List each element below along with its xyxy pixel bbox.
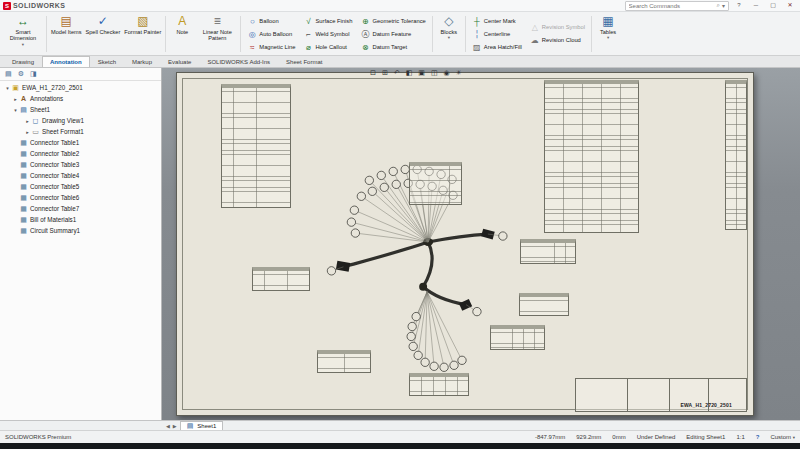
close-button[interactable]: ✕ <box>783 0 797 11</box>
center-mark-button[interactable]: ┼ Center Mark <box>470 15 524 27</box>
balloon[interactable] <box>351 229 359 237</box>
previous-view-icon[interactable]: ↶ <box>394 69 400 77</box>
tree-item-circuit-summary1[interactable]: ▦ Circuit Summary1 <box>0 225 161 236</box>
drawing-sheet[interactable]: EWA_H1_2720_2501 <box>176 72 754 416</box>
balloon[interactable] <box>409 342 417 350</box>
balloon[interactable] <box>458 356 466 364</box>
centerline-button[interactable]: ╎ Centerline <box>470 28 524 40</box>
featuremanager-tree-tab-icon[interactable]: ▤ <box>5 70 12 78</box>
balloon[interactable] <box>450 361 458 369</box>
balloon[interactable] <box>392 180 400 188</box>
smart-dimension-button[interactable]: ↔ Smart Dimension ▾ <box>2 13 44 55</box>
expand-icon[interactable]: ▸ <box>24 118 31 124</box>
search-icon[interactable]: ⌕ <box>717 2 720 9</box>
tree-item-connector-table7[interactable]: ▦ Connector Table7 <box>0 203 161 214</box>
linear-note-pattern-button[interactable]: ≡ Linear Note Pattern <box>196 13 238 55</box>
blocks-button[interactable]: ◇ Blocks ▾ <box>435 13 463 55</box>
revision-symbol-button[interactable]: △ Revision Symbol <box>528 22 587 34</box>
bill-of-materials-table[interactable] <box>221 84 291 208</box>
propertymanager-tab-icon[interactable]: ⚙ <box>18 70 24 78</box>
tree-item-annotations[interactable]: ▸ A Annotations <box>0 93 161 104</box>
weld-symbol-button[interactable]: ⌐ Weld Symbol <box>301 28 354 40</box>
tree-item-connector-table5[interactable]: ▦ Connector Table5 <box>0 181 161 192</box>
balloon[interactable] <box>368 187 376 195</box>
tab-markup[interactable]: Markup <box>124 56 160 67</box>
tree-item-sheet1[interactable]: ▾ ▤ Sheet1 <box>0 104 161 115</box>
connector-table-2[interactable] <box>252 267 310 291</box>
balloon[interactable] <box>473 307 481 315</box>
title-block[interactable]: EWA_H1_2720_2501 <box>575 378 747 412</box>
datum-feature-button[interactable]: Ⓐ Datum Feature <box>358 28 427 40</box>
graphics-area[interactable]: ⊡ ⊞ ↶ ◧ ▣ ◫ ◉ ☀ <box>162 68 800 420</box>
balloon[interactable] <box>347 218 355 226</box>
tab-drawing[interactable]: Drawing <box>4 56 42 67</box>
harness-branch-left[interactable] <box>343 242 428 267</box>
harness-trunk[interactable] <box>423 242 432 287</box>
tab-sketch[interactable]: Sketch <box>90 56 124 67</box>
spell-checker-button[interactable]: ✓ Spell Checker <box>83 13 122 55</box>
balloon[interactable] <box>430 362 438 370</box>
search-input[interactable] <box>629 3 715 9</box>
search-commands-box[interactable]: ⌕ ▾ <box>625 1 729 11</box>
tree-item-connector-table3[interactable]: ▦ Connector Table3 <box>0 159 161 170</box>
tree-item-connector-table1[interactable]: ▦ Connector Table1 <box>0 137 161 148</box>
connector-table-4[interactable] <box>519 293 569 316</box>
balloon[interactable] <box>407 332 415 340</box>
sheet-nav-right-icon[interactable]: ▶ <box>173 423 177 429</box>
circuit-summary-table[interactable] <box>544 80 639 233</box>
balloon[interactable] <box>380 183 388 191</box>
tab-solidworks-add-ins[interactable]: SOLIDWORKS Add-Ins <box>199 56 278 67</box>
balloon-button[interactable]: ○ Balloon <box>245 15 297 27</box>
displaymanager-tab-icon[interactable]: ◨ <box>30 70 37 78</box>
connector-table-7[interactable] <box>317 350 371 373</box>
chevron-down-icon[interactable]: ▾ <box>722 2 725 9</box>
sheet-tab-sheet1[interactable]: ▤ Sheet1 <box>180 421 224 430</box>
connector-table-1[interactable] <box>409 162 462 205</box>
edit-appearance-icon[interactable]: ☀ <box>456 69 462 77</box>
tree-item-connector-table6[interactable]: ▦ Connector Table6 <box>0 192 161 203</box>
maximize-button[interactable]: ▢ <box>766 0 780 11</box>
area-hatch-fill-button[interactable]: ▨ Area Hatch/Fill <box>470 41 524 53</box>
surface-finish-button[interactable]: √ Surface Finish <box>301 15 354 27</box>
balloon[interactable] <box>421 358 429 366</box>
zoom-area-icon[interactable]: ⊞ <box>382 69 388 77</box>
revision-cloud-button[interactable]: ☁ Revision Cloud <box>528 35 587 47</box>
hide-show-items-icon[interactable]: ◉ <box>444 69 450 77</box>
balloon[interactable] <box>357 192 365 200</box>
harness-branch-right[interactable] <box>428 234 488 242</box>
auto-balloon-button[interactable]: ◎ Auto Balloon <box>245 28 297 40</box>
connector-table-3[interactable] <box>520 239 576 264</box>
help-icon[interactable]: ? <box>756 434 760 440</box>
tree-item-connector-table4[interactable]: ▦ Connector Table4 <box>0 170 161 181</box>
expand-icon[interactable]: ▸ <box>12 96 19 102</box>
datum-target-button[interactable]: ⊗ Datum Target <box>358 41 427 53</box>
tab-annotation[interactable]: Annotation <box>42 56 90 67</box>
units-dropdown[interactable]: Custom ▾ <box>770 434 795 440</box>
tree-item-connector-table2[interactable]: ▦ Connector Table2 <box>0 148 161 159</box>
tree-item-sheet-format1[interactable]: ▸ ▭ Sheet Format1 <box>0 126 161 137</box>
magnetic-line-button[interactable]: ≈ Magnetic Line <box>245 41 297 53</box>
view-orientation-icon[interactable]: ▣ <box>418 69 425 77</box>
balloon[interactable] <box>408 322 416 330</box>
connector-left[interactable] <box>336 261 350 272</box>
section-view-icon[interactable]: ◧ <box>406 69 413 77</box>
note-button[interactable]: A Note <box>168 13 196 55</box>
tab-sheet-format[interactable]: Sheet Format <box>278 56 330 67</box>
balloon[interactable] <box>377 171 385 179</box>
balloon[interactable] <box>499 232 507 240</box>
format-painter-button[interactable]: ▧ Format Painter <box>122 13 163 55</box>
balloon[interactable] <box>327 267 335 275</box>
collapse-icon[interactable]: ▾ <box>12 107 19 113</box>
tab-evaluate[interactable]: Evaluate <box>160 56 199 67</box>
balloon[interactable] <box>414 351 422 359</box>
display-style-icon[interactable]: ◫ <box>431 69 438 77</box>
tree-item-bill-of-materials1[interactable]: ▦ Bill of Materials1 <box>0 214 161 225</box>
hole-callout-button[interactable]: ⌀ Hole Callout <box>301 41 354 53</box>
tables-button[interactable]: ▦ Tables ▾ <box>594 13 622 55</box>
tree-item-drawing-view1[interactable]: ▸ ◻ Drawing View1 <box>0 115 161 126</box>
connector-table-5[interactable] <box>490 325 545 350</box>
tree-item-root[interactable]: ▾ ▣ EWA_H1_2720_2501 <box>0 82 161 93</box>
sheet-nav-left-icon[interactable]: ◀ <box>166 423 170 429</box>
geometric-tolerance-button[interactable]: ⊕ Geometric Tolerance <box>358 15 427 27</box>
balloon[interactable] <box>365 176 373 184</box>
